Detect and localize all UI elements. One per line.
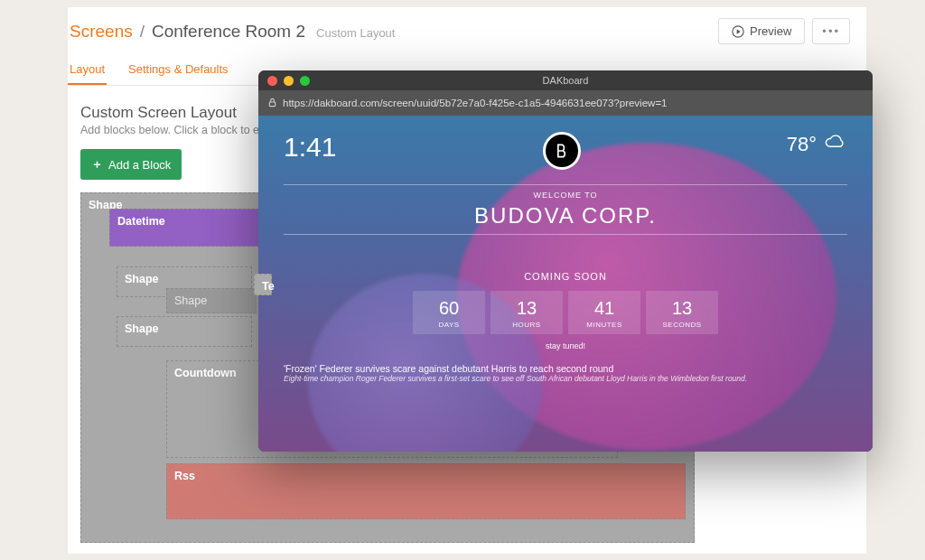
- coming-soon-label: COMING SOON: [284, 271, 847, 282]
- tab-settings[interactable]: Settings & Defaults: [126, 62, 230, 85]
- stay-tuned-label: stay tuned!: [284, 341, 847, 350]
- breadcrumb-layout-type: Custom Layout: [316, 26, 395, 40]
- minutes-label: MINUTES: [568, 321, 640, 329]
- days-value: 60: [413, 298, 485, 319]
- weather-temp: 78°: [787, 133, 817, 156]
- countdown-days: 60 DAYS: [413, 291, 485, 334]
- preview-button[interactable]: Preview: [718, 18, 805, 44]
- plus-icon: ＋: [91, 156, 103, 173]
- header-row: Screens / Conference Room 2 Custom Layou…: [68, 18, 866, 53]
- news-subtext: Eight-time champion Roger Federer surviv…: [284, 374, 847, 383]
- svg-rect-2: [269, 102, 275, 107]
- welcome-label: WELCOME TO: [284, 191, 847, 200]
- minutes-value: 41: [568, 298, 640, 319]
- preview-button-label: Preview: [750, 24, 791, 38]
- add-block-label: Add a Block: [108, 158, 171, 172]
- cloud-icon: [822, 132, 847, 157]
- weather-display: 78°: [787, 132, 847, 157]
- countdown-seconds: 13 SECONDS: [646, 291, 718, 334]
- days-label: DAYS: [413, 321, 485, 329]
- seconds-label: SECONDS: [646, 321, 718, 329]
- block-rss[interactable]: Rss: [166, 463, 686, 519]
- breadcrumb: Screens / Conference Room 2 Custom Layou…: [68, 22, 395, 42]
- breadcrumb-separator: /: [140, 22, 145, 42]
- countdown-minutes: 41 MINUTES: [568, 291, 640, 334]
- more-button[interactable]: •••: [812, 18, 850, 44]
- breadcrumb-screen: Conference Room 2: [152, 22, 305, 42]
- play-icon: [732, 25, 744, 38]
- hours-label: HOURS: [491, 321, 563, 329]
- preview-address-bar[interactable]: https://dakboard.com/screen/uuid/5b72e7a…: [258, 90, 873, 116]
- welcome-block: WELCOME TO BUDOVA CORP.: [284, 179, 847, 240]
- block-shape-b[interactable]: Shape: [117, 316, 252, 347]
- news-block: 'Frozen' Federer survives scare against …: [284, 363, 847, 383]
- tab-layout[interactable]: Layout: [68, 62, 107, 85]
- news-headline: 'Frozen' Federer survives scare against …: [284, 363, 847, 374]
- countdown-hours: 13 HOURS: [491, 291, 563, 334]
- countdown-row: 60 DAYS 13 HOURS 41 MINUTES 13 SECONDS: [284, 291, 847, 334]
- add-block-button[interactable]: ＋ Add a Block: [80, 149, 182, 180]
- block-partial[interactable]: Te: [254, 274, 272, 295]
- preview-body: 1:41 78° WELCOME TO BUDOVA CORP. COMING …: [258, 116, 873, 452]
- preview-top-row: 1:41 78°: [284, 132, 847, 170]
- block-shape-dim[interactable]: Shape: [166, 288, 257, 313]
- hours-value: 13: [491, 298, 563, 319]
- breadcrumb-root[interactable]: Screens: [70, 22, 133, 42]
- preview-titlebar[interactable]: DAKboard: [258, 70, 873, 90]
- company-logo: [543, 132, 581, 170]
- preview-window[interactable]: DAKboard https://dakboard.com/screen/uui…: [258, 70, 873, 452]
- seconds-value: 13: [646, 298, 718, 319]
- svg-marker-1: [737, 29, 741, 33]
- company-name: BUDOVA CORP.: [284, 203, 847, 229]
- topbar-buttons: Preview •••: [718, 18, 850, 44]
- preview-window-title: DAKboard: [258, 75, 873, 86]
- lock-icon: [267, 98, 277, 109]
- clock-display: 1:41: [284, 132, 336, 163]
- preview-url: https://dakboard.com/screen/uuid/5b72e7a…: [283, 98, 668, 108]
- preview-content: 1:41 78° WELCOME TO BUDOVA CORP. COMING …: [258, 116, 873, 452]
